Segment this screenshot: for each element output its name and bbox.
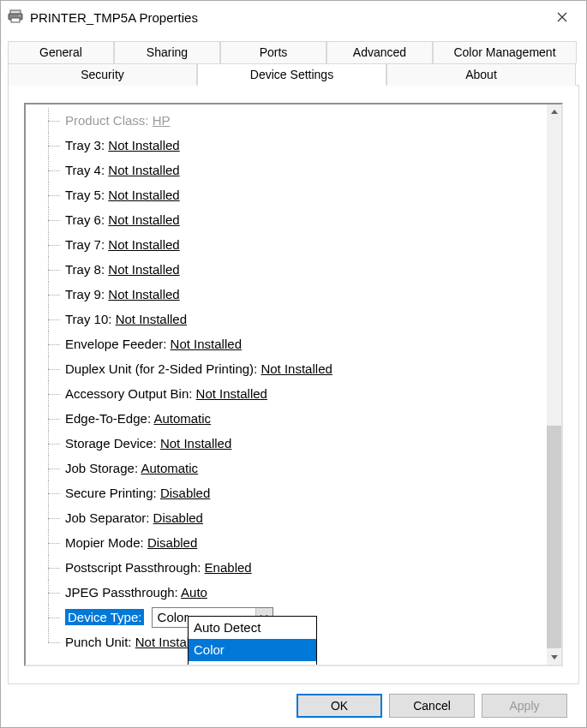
setting-value[interactable]: Automatic bbox=[153, 411, 211, 426]
setting-row[interactable]: Tray 10: Not Installed bbox=[31, 307, 547, 331]
setting-label: Tray 5: bbox=[65, 188, 105, 202]
setting-row[interactable]: Product Class: HP bbox=[31, 108, 547, 133]
tree-connector bbox=[31, 108, 65, 133]
setting-row[interactable]: Job Separator: Disabled bbox=[31, 505, 547, 530]
tabpanel-device-settings: Product Class: HPTray 3: Not InstalledTr… bbox=[8, 85, 579, 684]
tree-connector bbox=[31, 356, 65, 381]
setting-value[interactable]: Enabled bbox=[205, 560, 252, 575]
dropdown-option-auto-detect[interactable]: Auto Detect bbox=[189, 617, 316, 639]
setting-row[interactable]: Envelope Feeder: Not Installed bbox=[31, 331, 547, 356]
setting-value[interactable]: Not Installed bbox=[108, 188, 179, 202]
setting-row[interactable]: Tray 4: Not Installed bbox=[31, 158, 547, 182]
setting-value[interactable]: Not Installed bbox=[160, 436, 231, 451]
setting-row[interactable]: Tray 9: Not Installed bbox=[31, 282, 547, 307]
setting-label: Punch Unit: bbox=[65, 635, 132, 649]
setting-row[interactable]: Storage Device: Not Installed bbox=[31, 431, 547, 456]
tree-connector bbox=[31, 630, 65, 654]
tree-connector bbox=[31, 331, 65, 356]
setting-value[interactable]: Automatic bbox=[141, 461, 198, 475]
tree-connector bbox=[31, 282, 65, 307]
setting-value[interactable]: Not Installed bbox=[261, 361, 332, 376]
setting-row[interactable]: Mopier Mode: Disabled bbox=[31, 530, 547, 555]
setting-label: Accessory Output Bin: bbox=[65, 386, 192, 401]
dropdown-option-color[interactable]: Color bbox=[189, 639, 316, 661]
tab-color-management[interactable]: Color Management bbox=[433, 41, 577, 63]
setting-label: Tray 8: bbox=[65, 262, 105, 277]
setting-label: Device Type: bbox=[65, 609, 144, 625]
tree-connector bbox=[31, 580, 65, 605]
tree-connector bbox=[31, 406, 65, 431]
scroll-up-button[interactable] bbox=[547, 104, 561, 119]
setting-label: Tray 3: bbox=[65, 138, 105, 152]
vertical-scrollbar[interactable] bbox=[547, 104, 561, 665]
dropdown-option-monochrome[interactable]: Monochrome bbox=[189, 661, 316, 665]
setting-value[interactable]: Not Installed bbox=[108, 287, 179, 301]
setting-value[interactable]: Not Installed bbox=[108, 237, 179, 252]
setting-label: Tray 4: bbox=[65, 163, 105, 177]
tree-connector bbox=[31, 232, 65, 257]
svg-point-3 bbox=[19, 15, 21, 16]
properties-dialog: PRINTER_TMP5A Properties General Sharing… bbox=[0, 0, 587, 728]
tree-connector bbox=[31, 182, 65, 207]
tab-general[interactable]: General bbox=[8, 41, 114, 63]
scroll-down-button[interactable] bbox=[547, 650, 561, 665]
scroll-thumb[interactable] bbox=[547, 426, 561, 648]
setting-label: Postscript Passthrough: bbox=[65, 560, 201, 575]
tab-about[interactable]: About bbox=[386, 63, 576, 86]
setting-label: Tray 7: bbox=[65, 237, 105, 252]
setting-row[interactable]: Tray 8: Not Installed bbox=[31, 257, 547, 282]
ok-button[interactable]: OK bbox=[296, 694, 382, 718]
tab-advanced[interactable]: Advanced bbox=[326, 41, 433, 63]
setting-value[interactable]: Auto bbox=[181, 585, 207, 600]
setting-row[interactable]: Tray 7: Not Installed bbox=[31, 232, 547, 257]
setting-value[interactable]: Not Installed bbox=[108, 163, 179, 177]
setting-row[interactable]: Accessory Output Bin: Not Installed bbox=[31, 381, 547, 406]
cancel-button[interactable]: Cancel bbox=[389, 694, 475, 718]
setting-value[interactable]: Disabled bbox=[153, 510, 203, 525]
tab-ports[interactable]: Ports bbox=[220, 41, 326, 63]
tree-connector bbox=[31, 158, 65, 182]
setting-row[interactable]: Postscript Passthrough: Enabled bbox=[31, 555, 547, 580]
setting-label: JPEG Passthrough: bbox=[65, 585, 178, 600]
setting-label: Storage Device: bbox=[65, 436, 157, 451]
setting-value[interactable]: Not Installed bbox=[116, 312, 187, 326]
setting-value[interactable]: Disabled bbox=[160, 486, 210, 500]
tree-connector bbox=[31, 133, 65, 158]
setting-row[interactable]: Duplex Unit (for 2-Sided Printing): Not … bbox=[31, 356, 547, 381]
setting-row[interactable]: Edge-To-Edge: Automatic bbox=[31, 406, 547, 431]
tree-connector bbox=[31, 257, 65, 282]
tree-connector bbox=[31, 431, 65, 456]
setting-label: Tray 6: bbox=[65, 212, 105, 227]
tree-connector bbox=[31, 530, 65, 555]
tree-connector bbox=[31, 605, 65, 630]
settings-tree: Product Class: HPTray 3: Not InstalledTr… bbox=[26, 104, 547, 665]
tree-connector bbox=[31, 480, 65, 505]
close-button[interactable] bbox=[545, 4, 579, 30]
setting-label: Mopier Mode: bbox=[65, 535, 144, 550]
tab-security[interactable]: Security bbox=[8, 63, 197, 86]
tree-connector bbox=[31, 456, 65, 480]
device-type-dropdown-list: Auto Detect Color Monochrome bbox=[188, 616, 317, 665]
tab-device-settings[interactable]: Device Settings bbox=[197, 63, 386, 86]
tree-connector bbox=[31, 207, 65, 232]
setting-label: Job Separator: bbox=[65, 510, 149, 525]
setting-value[interactable]: Not Installed bbox=[108, 138, 179, 152]
setting-row[interactable]: Tray 5: Not Installed bbox=[31, 182, 547, 207]
tree-connector bbox=[31, 505, 65, 530]
setting-value[interactable]: Not Installed bbox=[108, 212, 179, 227]
setting-value[interactable]: Not Installed bbox=[196, 386, 267, 401]
setting-value[interactable]: HP bbox=[153, 113, 171, 128]
setting-row[interactable]: JPEG Passthrough: Auto bbox=[31, 580, 547, 605]
titlebar: PRINTER_TMP5A Properties bbox=[1, 1, 586, 33]
setting-value[interactable]: Disabled bbox=[147, 535, 197, 550]
setting-row[interactable]: Secure Printing: Disabled bbox=[31, 480, 547, 505]
setting-row[interactable]: Tray 6: Not Installed bbox=[31, 207, 547, 232]
tab-sharing[interactable]: Sharing bbox=[114, 41, 220, 63]
setting-value[interactable]: Not Installed bbox=[171, 337, 242, 351]
setting-value[interactable]: Not Installed bbox=[108, 262, 179, 277]
setting-row[interactable]: Job Storage: Automatic bbox=[31, 456, 547, 480]
setting-label: Job Storage: bbox=[65, 461, 138, 475]
setting-row[interactable]: Tray 3: Not Installed bbox=[31, 133, 547, 158]
tree-connector bbox=[31, 307, 65, 331]
window-title: PRINTER_TMP5A Properties bbox=[30, 10, 545, 25]
